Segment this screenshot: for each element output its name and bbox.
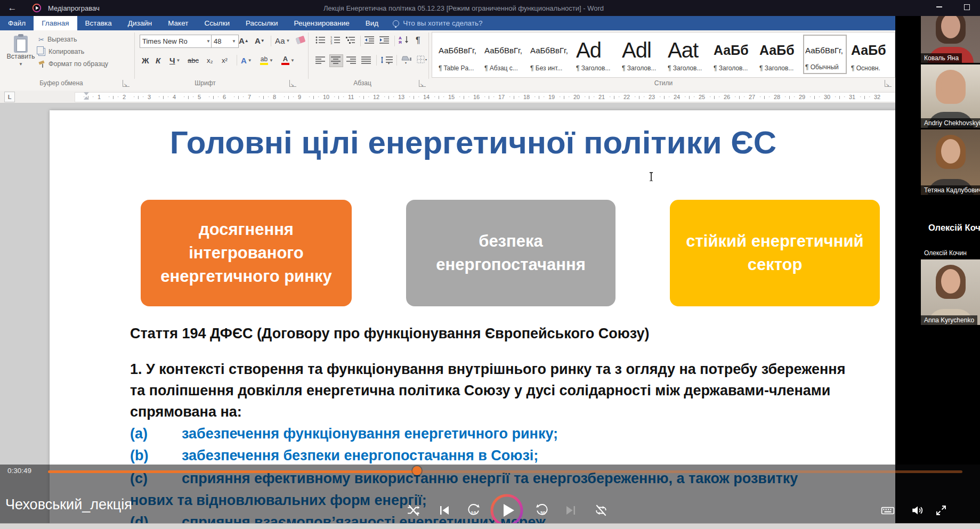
first-line-indent-marker[interactable]	[84, 92, 89, 95]
list-marker: (b)	[130, 447, 148, 464]
change-case-button[interactable]: Аа▼	[275, 34, 290, 47]
style-card-7[interactable]: АаБб¶ Заголов...	[757, 35, 801, 74]
shading-button[interactable]: ▾	[401, 55, 412, 64]
ribbon-tab-2[interactable]: Вставка	[77, 16, 120, 30]
bullets-button[interactable]	[315, 36, 326, 44]
styles-dialog-launcher[interactable]: ↘	[885, 80, 892, 87]
sort-button[interactable]: АЯ	[399, 35, 410, 44]
participant-video-2[interactable]: Тетяна Кадлубович	[921, 129, 980, 195]
play-button[interactable]	[490, 493, 524, 527]
participant-name-label: Коваль Яна	[921, 53, 962, 63]
show-formatting-button[interactable]: ¶	[416, 34, 420, 47]
hanging-indent-marker[interactable]	[84, 96, 89, 100]
shrink-font-button[interactable]: А▼	[255, 34, 265, 47]
align-right-button[interactable]	[346, 56, 357, 64]
clear-formatting-button[interactable]	[296, 36, 306, 44]
participant-video-4[interactable]: Anna Kyrychenko	[921, 259, 980, 325]
progress-bar-remaining[interactable]	[417, 470, 962, 473]
ruler-tick	[213, 96, 214, 99]
style-card-8[interactable]: АаБбВвГг,¶ Обычный	[803, 35, 847, 74]
superscript-button[interactable]: x²	[222, 54, 228, 67]
font-color-button[interactable]: А▼	[281, 54, 295, 67]
font-family-combo[interactable]: Times New Ro▼	[140, 35, 213, 48]
font-size-combo[interactable]: 48▼	[211, 35, 239, 48]
subscript-button[interactable]: x₂	[207, 54, 213, 67]
svg-text:▾: ▾	[425, 58, 427, 61]
participant-video-3[interactable]: Олексій КочинОлексій Кочин	[921, 197, 980, 258]
style-label: ¶ Абзац с...	[484, 64, 518, 72]
highlight-button[interactable]: ab▼	[260, 54, 273, 67]
ruler-tick	[864, 96, 865, 99]
paste-dropdown-arrow[interactable]: ▼	[19, 62, 23, 67]
ruler-number: 7	[248, 94, 251, 100]
tell-me-search[interactable]: Что вы хотите сделать?	[386, 16, 489, 30]
style-card-9[interactable]: АаБб¶ Основн.	[849, 35, 893, 74]
style-card-6[interactable]: АаБб¶ Заголов...	[711, 35, 755, 74]
ruler-tick: ·	[242, 94, 244, 100]
tab-selector[interactable]: L	[4, 92, 15, 102]
minimize-button[interactable]	[930, 0, 948, 14]
paragraph-dialog-launcher[interactable]: ↘	[419, 80, 426, 87]
skip-forward-30-button[interactable]: 30	[534, 503, 549, 518]
ruler-tick: ·	[217, 94, 219, 100]
progress-handle[interactable]	[412, 466, 422, 475]
increase-indent-button[interactable]	[379, 36, 390, 44]
line-spacing-button[interactable]: ▾	[380, 56, 393, 64]
ruler-number: 13	[398, 94, 404, 100]
numbering-button[interactable]: 123	[330, 36, 341, 44]
ribbon-tab-0[interactable]: Файл	[0, 16, 34, 30]
underline-button[interactable]: Ч▼	[169, 54, 180, 67]
borders-button[interactable]: ▾	[417, 55, 428, 64]
previous-track-button[interactable]	[437, 503, 452, 518]
ribbon-tab-4[interactable]: Макет	[160, 16, 196, 30]
shuffle-off-button[interactable]	[406, 503, 421, 518]
ruler-band[interactable]: 1··2··3··4··5··6··7··8··9··10··11··12··1…	[75, 92, 899, 102]
align-left-button[interactable]	[315, 56, 326, 64]
ribbon-tab-5[interactable]: Ссылки	[196, 16, 238, 30]
ribbon-tab-3[interactable]: Дизайн	[120, 16, 160, 30]
ruler-number: 3	[148, 94, 151, 100]
skip-back-10-button[interactable]: 10	[466, 503, 481, 518]
copy-button[interactable]: Копировать	[38, 46, 84, 57]
bold-button[interactable]: Ж	[142, 54, 149, 67]
ribbon-tab-7[interactable]: Рецензирование	[286, 16, 358, 30]
justify-button[interactable]	[361, 56, 371, 64]
cut-button[interactable]: ✂ Вырезать	[38, 34, 77, 45]
format-painter-button[interactable]: Формат по образцу	[38, 59, 108, 69]
style-card-0[interactable]: АаБбВвГг,¶ Table Pa...	[436, 35, 480, 74]
volume-button[interactable]	[910, 503, 925, 518]
clipboard-dialog-launcher[interactable]: ↘	[123, 80, 129, 87]
participant-video-1[interactable]: Andriy Chekhovskyi	[921, 64, 980, 128]
ruler-number: 28	[774, 94, 780, 100]
style-card-4[interactable]: Adl¶ Заголов...	[620, 35, 663, 74]
ruler-tick: ·	[609, 94, 611, 100]
next-track-button[interactable]	[563, 503, 578, 518]
fullscreen-button[interactable]	[934, 503, 949, 518]
text-effects-button[interactable]: А▼	[241, 54, 252, 67]
multilevel-list-button[interactable]	[345, 36, 355, 44]
paste-button[interactable]: Вставить ▼	[5, 34, 36, 77]
align-center-button[interactable]	[331, 56, 341, 64]
ribbon-tab-1[interactable]: Главная	[34, 16, 77, 30]
repeat-off-button[interactable]	[594, 503, 609, 518]
style-card-3[interactable]: Ad¶ Заголов...	[574, 35, 618, 74]
keyboard-shortcuts-button[interactable]	[880, 503, 895, 518]
style-card-2[interactable]: АаБбВвГг,¶ Без инт...	[528, 35, 572, 74]
list-marker: (a)	[130, 426, 148, 442]
back-button[interactable]: ←	[0, 3, 25, 13]
style-card-5[interactable]: Aat¶ Заголов...	[666, 35, 709, 74]
strikethrough-button[interactable]: abc	[188, 54, 199, 67]
ruler-tick	[188, 96, 189, 99]
paragraph-line: 1. У контексті створення та функціонуван…	[130, 359, 935, 380]
maximize-button[interactable]	[958, 0, 976, 14]
font-dialog-launcher[interactable]: ↘	[289, 80, 296, 87]
style-preview: Adl	[622, 36, 663, 64]
ribbon-tab-6[interactable]: Рассылки	[238, 16, 286, 30]
grow-font-button[interactable]: А▲	[239, 34, 249, 47]
progress-bar-played[interactable]	[48, 470, 417, 473]
italic-button[interactable]: К	[156, 54, 160, 67]
decrease-indent-button[interactable]	[365, 36, 375, 44]
ribbon-tab-8[interactable]: Вид	[358, 16, 386, 30]
ruler-tick: ·	[734, 94, 736, 100]
style-card-1[interactable]: АаБбВвГг,¶ Абзац с...	[482, 35, 526, 74]
